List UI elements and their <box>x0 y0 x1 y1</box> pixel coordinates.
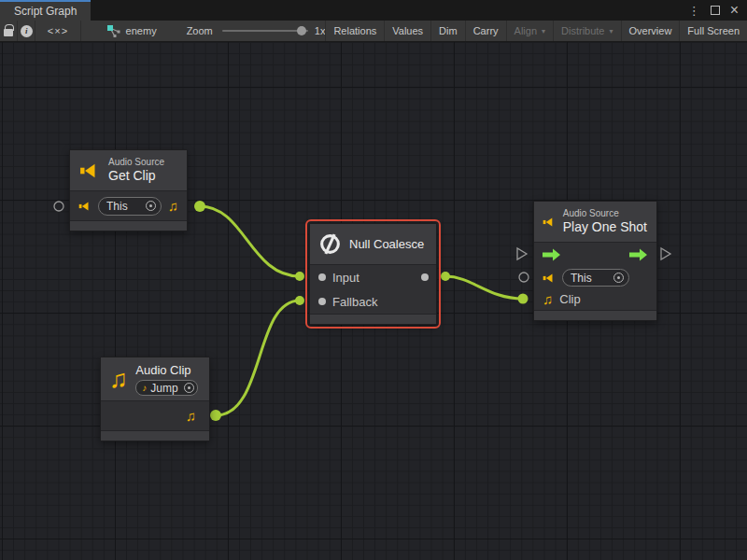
audio-clip-icon: ♫ <box>109 367 128 392</box>
music-note-icon: ♪ <box>142 384 147 393</box>
node-title: Get Clip <box>108 168 164 184</box>
port-connected-audioclip-output[interactable] <box>210 410 221 421</box>
output-port-dot[interactable] <box>421 273 429 281</box>
zoom-control: Zoom 1x <box>187 21 326 41</box>
wire-audioclip-to-fallback[interactable] <box>216 301 300 415</box>
carry-button[interactable]: Carry <box>465 21 506 41</box>
port-flow-in-play[interactable] <box>517 248 527 259</box>
node-get-clip-header: Audio Source Get Clip <box>70 150 187 191</box>
flow-out-arrow-icon[interactable] <box>629 248 648 261</box>
play-clip-row: ♫ Clip <box>534 288 656 310</box>
dim-button[interactable]: Dim <box>430 21 465 41</box>
node-get-clip[interactable]: Audio Source Get Clip This ♫ <box>69 149 188 231</box>
wire-output-to-clip[interactable] <box>445 276 523 299</box>
chevron-down-icon: ▾ <box>542 27 545 35</box>
node-footer <box>70 220 187 231</box>
node-play-one-shot[interactable]: Audio Source Play One Shot This ♫ <box>533 201 657 321</box>
node-footer <box>101 430 209 441</box>
flow-in-arrow-icon[interactable] <box>543 248 561 261</box>
object-picker-icon[interactable] <box>184 383 194 393</box>
node-title: Null Coalesce <box>349 236 424 252</box>
clip-port-label: Clip <box>559 292 580 306</box>
node-category: Audio Source <box>563 208 647 219</box>
tab-script-graph[interactable]: Script Graph <box>0 0 91 21</box>
node-footer <box>310 314 436 324</box>
play-this-row: This <box>534 267 656 288</box>
code-view-button[interactable]: <×> <box>35 21 80 41</box>
lock-button[interactable] <box>0 21 18 41</box>
input-port-dot[interactable] <box>318 273 326 281</box>
maximize-icon[interactable] <box>711 6 720 15</box>
window-controls: ⋮ × <box>688 0 747 21</box>
node-null-coalesce[interactable]: Null Coalesce Input Fallback <box>309 223 437 325</box>
info-icon: i <box>21 25 33 37</box>
audio-clip-object-field[interactable]: ♪ Jump <box>135 380 197 396</box>
tab-title: Script Graph <box>14 5 77 18</box>
port-connected-null-output[interactable] <box>441 272 450 281</box>
this-field-value: This <box>571 272 592 285</box>
toolbar-right-group: Relations Values Dim Carry Align ▾ Distr… <box>325 21 747 41</box>
distribute-button-label: Distribute <box>561 25 604 36</box>
zoom-slider[interactable] <box>222 30 308 32</box>
node-play-one-shot-header: Audio Source Play One Shot <box>534 202 656 243</box>
fullscreen-button[interactable]: Full Screen <box>679 21 747 41</box>
close-icon[interactable]: × <box>730 3 739 18</box>
audio-clip-icon: ♫ <box>543 292 553 306</box>
lock-icon <box>4 29 13 36</box>
null-coalesce-icon <box>318 232 342 256</box>
port-flow-out-play[interactable] <box>661 248 670 259</box>
node-footer <box>534 310 656 320</box>
audio-clip-object-name: Jump <box>150 382 177 395</box>
audio-source-icon <box>78 161 101 181</box>
this-field[interactable]: This <box>98 197 162 216</box>
graph-breadcrumb[interactable]: enemy <box>102 21 162 41</box>
port-connected-getclip-output[interactable] <box>194 201 205 212</box>
tab-strip: Script Graph ⋮ × <box>0 0 747 21</box>
node-audio-clip[interactable]: ♫ Audio Clip ♪ Jump ♫ <box>100 357 210 441</box>
fallback-port-label: Fallback <box>332 295 377 309</box>
this-field[interactable]: This <box>562 269 629 287</box>
code-view-icon: <×> <box>48 25 68 36</box>
node-audio-clip-header: ♫ Audio Clip ♪ Jump <box>101 357 209 401</box>
port-empty-play-this[interactable] <box>519 273 529 282</box>
audio-source-icon <box>543 212 556 232</box>
more-menu-icon[interactable]: ⋮ <box>688 5 700 17</box>
port-connected-null-fallback[interactable] <box>295 296 304 305</box>
null-fallback-row: Fallback <box>310 289 436 314</box>
graph-name: enemy <box>126 25 157 36</box>
audio-source-icon <box>78 200 92 213</box>
zoom-value: 1x <box>315 25 326 36</box>
play-flow-row <box>534 243 656 267</box>
port-connected-play-clip[interactable] <box>518 294 529 304</box>
graph-icon <box>107 25 120 37</box>
wire-getclip-to-input[interactable] <box>200 206 300 276</box>
object-picker-icon[interactable] <box>613 273 624 283</box>
chevron-down-icon: ▾ <box>610 27 613 35</box>
overview-button[interactable]: Overview <box>621 21 680 41</box>
node-get-clip-this-row: This ♫ <box>70 191 187 220</box>
audio-source-icon <box>543 272 556 285</box>
node-title: Audio Clip <box>135 362 197 378</box>
node-null-coalesce-header: Null Coalesce <box>310 224 436 265</box>
fallback-port-dot[interactable] <box>318 298 326 305</box>
values-button[interactable]: Values <box>384 21 430 41</box>
object-picker-icon[interactable] <box>146 201 156 211</box>
audio-clip-icon: ♫ <box>186 409 196 423</box>
port-empty-getclip-this[interactable] <box>54 202 63 211</box>
graph-canvas[interactable]: Audio Source Get Clip This ♫ Null Coales… <box>0 42 747 560</box>
zoom-label: Zoom <box>187 25 213 36</box>
distribute-button[interactable]: Distribute ▾ <box>553 21 620 41</box>
zoom-slider-handle[interactable] <box>297 26 306 35</box>
info-button[interactable]: i <box>18 21 35 41</box>
align-button-label: Align <box>514 25 537 36</box>
port-connected-null-input[interactable] <box>295 272 304 281</box>
audio-clip-output-row: ♫ <box>101 401 209 430</box>
align-button[interactable]: Align ▾ <box>506 21 553 41</box>
relations-button[interactable]: Relations <box>325 21 384 41</box>
node-title: Play One Shot <box>563 219 647 235</box>
graph-toolbar: i <×> enemy Zoom 1x Relations Values Dim… <box>0 21 747 42</box>
this-field-value: This <box>106 200 128 213</box>
node-category: Audio Source <box>108 157 164 168</box>
audio-clip-icon: ♫ <box>168 199 178 213</box>
input-port-label: Input <box>332 271 359 285</box>
